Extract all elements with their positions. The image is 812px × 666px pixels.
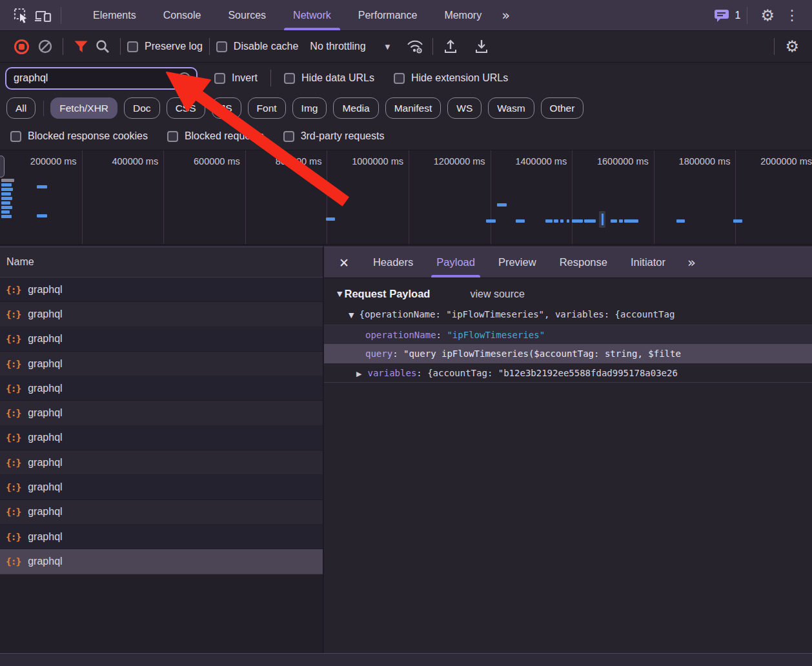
more-detail-tabs-icon[interactable]: » xyxy=(681,255,701,270)
detail-tab-bar: ✕ HeadersPayloadPreviewResponseInitiator… xyxy=(324,247,812,278)
filter-chip-doc[interactable]: Doc xyxy=(124,97,160,119)
filter-chip-manifest[interactable]: Manifest xyxy=(385,97,442,119)
settings-gear-icon[interactable]: ⚙ xyxy=(754,8,781,23)
throttling-dropdown-icon[interactable]: ▼ xyxy=(385,43,391,50)
detail-tab-response[interactable]: Response xyxy=(548,247,619,278)
timeline-tick-label: 1600000 ms xyxy=(571,156,649,166)
blocked-requests-checkbox[interactable] xyxy=(167,131,178,142)
payload-row-query-selected[interactable]: query: "query ipFlowTimeseries($accountT… xyxy=(324,344,812,363)
3rd-party-requests-checkbox[interactable] xyxy=(283,131,294,142)
request-payload-section-header[interactable]: ▼ Request Payload view source xyxy=(324,278,812,303)
request-row[interactable]: {:}graphql xyxy=(0,352,323,376)
blocked-response-cookies-checkbox[interactable] xyxy=(10,131,21,142)
view-source-link[interactable]: view source xyxy=(470,288,524,300)
json-braces-icon: {:} xyxy=(6,458,21,468)
request-row[interactable]: {:}graphql xyxy=(0,376,323,401)
request-name: graphql xyxy=(28,556,62,567)
request-name: graphql xyxy=(28,531,62,543)
payload-row-operation-name[interactable]: operationName: "ipFlowTimeseries" xyxy=(324,325,812,344)
detail-tab-payload[interactable]: Payload xyxy=(425,247,487,278)
menu-kebab-icon[interactable]: ⋮ xyxy=(781,7,803,23)
record-network-log-button[interactable] xyxy=(14,39,29,54)
request-name: graphql xyxy=(28,506,62,518)
waterfall-overview[interactable]: 200000 ms400000 ms600000 ms800000 ms1000… xyxy=(0,150,812,245)
invert-label[interactable]: Invert xyxy=(232,72,258,84)
export-har-icon[interactable] xyxy=(471,35,492,57)
name-column-header[interactable]: Name xyxy=(0,247,323,278)
filter-chip-img[interactable]: Img xyxy=(292,97,327,119)
filter-input[interactable] xyxy=(14,72,178,84)
filter-chip-js[interactable]: JS xyxy=(212,97,241,119)
payload-key: operationName xyxy=(365,330,436,340)
request-row[interactable]: {:}graphql xyxy=(0,475,323,500)
top-right-tools: 1 ⚙ ⋮ xyxy=(714,7,812,24)
issues-counter[interactable]: 1 xyxy=(714,8,741,23)
hide-extension-urls-group: Hide extension URLs xyxy=(394,72,508,84)
request-row[interactable]: {:}graphql xyxy=(0,426,323,450)
request-row[interactable]: {:}graphql xyxy=(0,525,323,549)
filter-chip-font[interactable]: Font xyxy=(248,97,286,119)
filter-chip-fetch-xhr[interactable]: Fetch/XHR xyxy=(50,97,117,119)
payload-summary-row[interactable]: ▼{operationName: "ipFlowTimeseries", var… xyxy=(324,303,812,325)
timeline-tick-label: 2000000 ms xyxy=(735,156,812,166)
waterfall-bar xyxy=(567,219,569,223)
detail-tab-initiator[interactable]: Initiator xyxy=(619,247,677,278)
hide-extension-urls-checkbox[interactable] xyxy=(394,73,405,84)
tab-performance[interactable]: Performance xyxy=(345,0,431,30)
search-icon[interactable] xyxy=(92,35,114,57)
request-row[interactable]: {:}graphql xyxy=(0,327,323,352)
hide-data-urls-checkbox[interactable] xyxy=(284,73,295,84)
network-settings-gear-icon[interactable]: ⚙ xyxy=(781,39,803,54)
preserve-log-checkbox[interactable] xyxy=(127,41,138,52)
blocked-requests-label[interactable]: Blocked requests xyxy=(185,130,264,142)
hide-data-urls-group: Hide data URLs xyxy=(284,72,374,84)
timeline-tick-label: 800000 ms xyxy=(244,156,321,166)
clear-network-log-icon[interactable] xyxy=(34,35,56,57)
filter-funnel-icon[interactable] xyxy=(70,35,92,57)
close-detail-icon[interactable]: ✕ xyxy=(324,256,361,270)
preserve-log-group: Preserve log xyxy=(127,41,203,52)
device-toolbar-icon[interactable] xyxy=(32,5,54,26)
waterfall-bar xyxy=(545,219,553,223)
more-panels-icon[interactable]: » xyxy=(495,8,515,23)
payload-row-variables[interactable]: ▶variables: {accountTag: "b12e3b2192ee55… xyxy=(324,363,812,383)
request-row[interactable]: {:}graphql xyxy=(0,450,323,475)
detail-tab-headers[interactable]: Headers xyxy=(361,247,425,278)
tab-memory[interactable]: Memory xyxy=(431,0,495,30)
clear-filter-icon[interactable]: ✕ xyxy=(178,72,190,85)
filter-chip-css[interactable]: CSS xyxy=(167,97,205,119)
disable-cache-checkbox[interactable] xyxy=(216,41,227,52)
request-row[interactable]: {:}graphql xyxy=(0,278,323,302)
tab-sources[interactable]: Sources xyxy=(214,0,279,30)
throttling-select[interactable]: No throttling xyxy=(310,41,365,52)
filter-chip-ws[interactable]: WS xyxy=(447,97,482,119)
tab-network[interactable]: Network xyxy=(279,0,345,30)
filter-chip-other[interactable]: Other xyxy=(541,97,584,119)
disable-cache-label[interactable]: Disable cache xyxy=(234,41,299,52)
3rd-party-requests-label[interactable]: 3rd-party requests xyxy=(301,130,385,142)
filter-chip-all[interactable]: All xyxy=(6,97,36,119)
filter-chip-wasm[interactable]: Wasm xyxy=(488,97,534,119)
request-name: graphql xyxy=(28,383,62,394)
invert-checkbox[interactable] xyxy=(214,73,225,84)
request-row[interactable]: {:}graphql xyxy=(0,500,323,525)
request-row[interactable]: {:}graphql xyxy=(0,401,323,425)
waterfall-bar xyxy=(1,183,12,187)
request-row[interactable]: {:}graphql xyxy=(0,302,323,327)
preserve-log-label[interactable]: Preserve log xyxy=(145,41,203,52)
inspect-element-icon[interactable] xyxy=(10,5,32,26)
detail-tab-preview[interactable]: Preview xyxy=(487,247,548,278)
panel-tabs: ElementsConsoleSourcesNetworkPerformance… xyxy=(79,0,495,30)
import-har-icon[interactable] xyxy=(440,35,462,57)
network-conditions-icon[interactable] xyxy=(404,35,426,57)
tab-console[interactable]: Console xyxy=(150,0,215,30)
hide-extension-urls-label[interactable]: Hide extension URLs xyxy=(411,72,508,84)
filter-chip-media[interactable]: Media xyxy=(333,97,378,119)
blocked-response-cookies-group: Blocked response cookies xyxy=(10,130,148,142)
hide-data-urls-label[interactable]: Hide data URLs xyxy=(301,72,374,84)
blocked-response-cookies-label[interactable]: Blocked response cookies xyxy=(28,130,148,142)
tab-elements[interactable]: Elements xyxy=(79,0,150,30)
request-row[interactable]: {:}graphql xyxy=(0,549,323,574)
section-expanded-icon: ▼ xyxy=(337,290,342,298)
waterfall-bar xyxy=(1,188,13,191)
